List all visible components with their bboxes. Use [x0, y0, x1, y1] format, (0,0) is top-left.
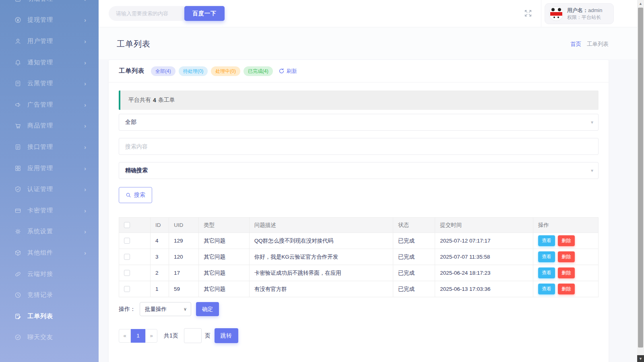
breadcrumb-current: 工单列表 — [587, 41, 609, 47]
delete-button[interactable]: 删除 — [558, 251, 575, 262]
table-row: 4129其它问题QQ群怎么搜不到现在没对接代码已完成2025-07-12 07:… — [119, 233, 599, 249]
filter-badge-全部(4)[interactable]: 全部(4) — [151, 66, 175, 76]
view-button[interactable]: 查看 — [538, 284, 555, 294]
table-cell — [119, 249, 151, 265]
sidebar-item-用户管理[interactable]: 用户管理› — [0, 31, 99, 52]
filter-badge-已完成(4)[interactable]: 已完成(4) — [244, 66, 273, 76]
sidebar-item-label: 明细管理 — [27, 0, 53, 3]
delete-button[interactable]: 删除 — [558, 235, 575, 246]
cell-uid-link[interactable]: 129 — [169, 233, 198, 249]
table-cell — [119, 265, 151, 281]
jump-button[interactable]: 跳转 — [215, 328, 238, 343]
pagination: « 1 » 共1页 页 跳转 — [119, 328, 599, 343]
filter-badge-处理中(0)[interactable]: 处理中(0) — [211, 66, 240, 76]
sidebar-item-提现管理[interactable]: 提现管理› — [0, 10, 99, 31]
sidebar-item-竞猜记录[interactable]: 竞猜记录 — [0, 284, 99, 306]
cell-time: 2025-07-07 11:35:58 — [435, 249, 533, 265]
cell-uid-link[interactable]: 17 — [169, 265, 198, 281]
col-time: 提交时间 — [435, 218, 533, 233]
chat-icon — [14, 334, 21, 341]
col-desc: 问题描述 — [249, 218, 393, 233]
row-checkbox[interactable] — [124, 286, 130, 292]
ticket-icon — [14, 313, 21, 320]
bulk-action-select[interactable]: 批量操作 — [140, 302, 191, 316]
refresh-button[interactable]: 刷新 — [279, 68, 297, 75]
view-button[interactable]: 查看 — [538, 235, 555, 246]
cart-icon — [14, 122, 21, 129]
next-page-button[interactable]: » — [145, 329, 157, 343]
chevron-right-icon: › — [84, 38, 87, 45]
sidebar-item-其他组件[interactable]: 其他组件› — [0, 242, 99, 263]
cell-type: 其它问题 — [198, 265, 249, 281]
sidebar-item-聊天交友[interactable]: 聊天交友 — [0, 327, 99, 348]
type-select[interactable]: 全部 — [119, 114, 599, 131]
sidebar-item-通知管理[interactable]: 通知管理› — [0, 52, 99, 73]
delete-button[interactable]: 删除 — [558, 267, 575, 278]
page-jump-input[interactable] — [184, 328, 202, 343]
cell-description-link[interactable]: 你好，我是KG云验证官方合作开发 — [249, 249, 393, 265]
row-checkbox[interactable] — [124, 238, 130, 244]
col-actions: 操作 — [533, 218, 599, 233]
sidebar-menu: 明细管理›提现管理›用户管理›通知管理›云黑管理›广告管理›商品管理›接口管理›… — [0, 0, 99, 348]
fullscreen-icon[interactable] — [524, 9, 533, 19]
view-button[interactable]: 查看 — [538, 251, 555, 262]
cell-status: 已完成 — [393, 249, 435, 265]
scrollbar-up-arrow-icon[interactable]: ▲ — [637, 0, 644, 7]
view-button[interactable]: 查看 — [538, 267, 555, 278]
sidebar-item-认证管理[interactable]: 认证管理› — [0, 179, 99, 200]
current-page-button[interactable]: 1 — [131, 329, 145, 343]
chevron-right-icon: › — [84, 16, 87, 23]
sidebar-item-接口管理[interactable]: 接口管理› — [0, 136, 99, 158]
cell-uid-link[interactable]: 120 — [169, 249, 198, 265]
chevron-right-icon: › — [84, 228, 87, 235]
select-all-checkbox[interactable] — [124, 222, 130, 228]
user-menu[interactable]: 用户名：admin 权限：平台站长 — [545, 3, 614, 24]
sidebar-item-label: 工单列表 — [27, 313, 53, 320]
sidebar-item-label: 接口管理 — [27, 143, 53, 151]
confirm-button[interactable]: 确定 — [196, 302, 219, 316]
cell-time: 2025-06-24 18:17:23 — [435, 265, 533, 281]
filter-badge-待处理(0)[interactable]: 待处理(0) — [179, 66, 208, 76]
sidebar-item-明细管理[interactable]: 明细管理› — [0, 0, 99, 10]
cell-type: 其它问题 — [198, 233, 249, 249]
sidebar-item-应用管理[interactable]: 应用管理› — [0, 158, 99, 179]
search-button[interactable]: 搜索 — [119, 187, 152, 203]
page-title: 工单列表 — [117, 39, 151, 49]
user-meta: 用户名：admin 权限：平台站长 — [567, 7, 602, 21]
sidebar-item-系统设置[interactable]: 系统设置› — [0, 221, 99, 243]
cell-uid-link[interactable]: 59 — [169, 281, 198, 297]
role-line: 权限：平台站长 — [567, 14, 602, 21]
scrollbar-thumb[interactable] — [638, 8, 643, 348]
sidebar-item-label: 卡密管理 — [27, 207, 53, 214]
chevron-right-icon: › — [84, 249, 87, 256]
sidebar-item-商品管理[interactable]: 商品管理› — [0, 115, 99, 137]
card-icon — [14, 207, 21, 214]
cell-time: 2025-06-13 17:03:36 — [435, 281, 533, 297]
search-icon — [126, 192, 131, 198]
breadcrumb-home-link[interactable]: 首页 — [570, 41, 581, 47]
mode-select[interactable]: 精确搜索 — [119, 162, 599, 179]
cell-description-link[interactable]: 有没有官方群 — [249, 281, 393, 297]
baidu-search-button[interactable]: 百度一下 — [184, 6, 225, 21]
sidebar-item-广告管理[interactable]: 广告管理› — [0, 94, 99, 115]
row-checkbox[interactable] — [124, 254, 130, 260]
sidebar-item-云黑管理[interactable]: 云黑管理› — [0, 73, 99, 94]
row-checkbox[interactable] — [124, 270, 130, 276]
bell-icon — [14, 59, 21, 66]
keyword-input[interactable] — [125, 143, 592, 150]
sidebar-item-云端对接[interactable]: 云端对接 — [0, 263, 99, 285]
browser-scrollbar[interactable]: ▲ ▼ — [637, 0, 644, 362]
delete-button[interactable]: 删除 — [558, 284, 575, 294]
scrollbar-down-arrow-icon[interactable]: ▼ — [637, 355, 644, 362]
sidebar-item-卡密管理[interactable]: 卡密管理› — [0, 200, 99, 221]
cell-description-link[interactable]: 卡密验证成功后不跳转界面，在应用 — [249, 265, 393, 281]
chevron-right-icon: › — [84, 207, 87, 214]
cell-description-link[interactable]: QQ群怎么搜不到现在没对接代码 — [249, 233, 393, 249]
megaphone-icon — [14, 101, 21, 108]
topbar-search-input[interactable] — [109, 6, 189, 21]
cell-id: 1 — [150, 281, 169, 297]
total-pages-text: 共1页 — [164, 332, 178, 339]
sidebar-item-工单列表[interactable]: 工单列表 — [0, 306, 99, 327]
chevron-right-icon: › — [84, 165, 87, 172]
prev-page-button[interactable]: « — [119, 329, 131, 343]
